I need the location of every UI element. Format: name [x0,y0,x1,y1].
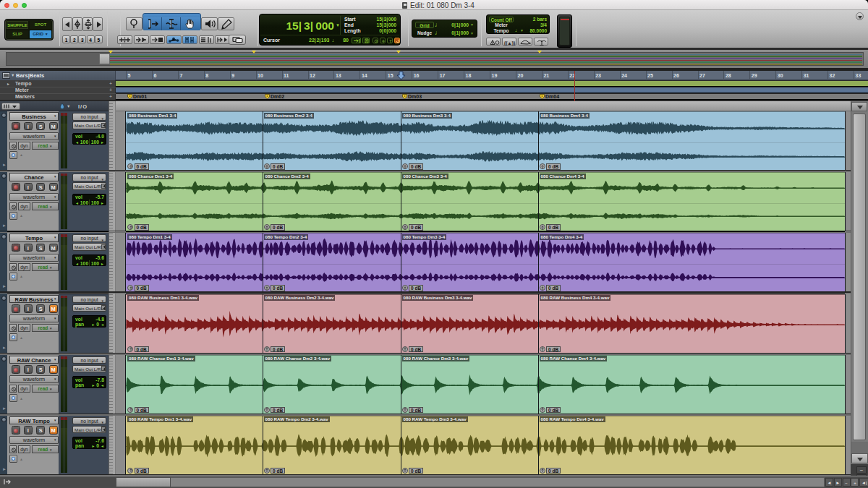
svg-text:((▲)): ((▲)) [504,40,515,46]
